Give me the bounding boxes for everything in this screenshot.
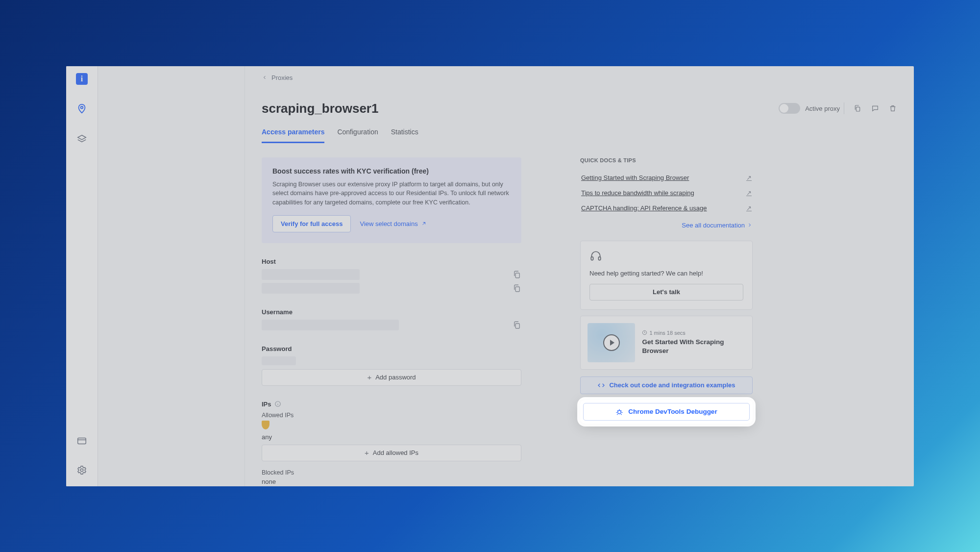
app-window: i Proxies scraping_browser1	[66, 66, 914, 486]
video-title: Get Started With Scraping Browser	[642, 338, 745, 355]
video-duration: 1 mins 18 secs	[642, 330, 745, 336]
breadcrumb[interactable]: Proxies	[262, 74, 897, 81]
host-label: Host	[262, 258, 521, 265]
chevron-right-icon	[747, 222, 753, 228]
svg-rect-5	[515, 287, 519, 292]
username-label: Username	[262, 308, 521, 316]
doc-link-label: CAPTCHA handling: API Reference & usage	[581, 204, 707, 212]
title-actions: Active proxy	[779, 102, 897, 114]
plus-icon: +	[367, 373, 371, 381]
see-all-docs-link[interactable]: See all documentation	[580, 222, 753, 229]
code-icon	[597, 381, 605, 389]
video-card[interactable]: 1 mins 18 secs Get Started With Scraping…	[580, 316, 753, 370]
layers-icon[interactable]	[75, 133, 88, 146]
help-card: Need help getting started? We can help! …	[580, 241, 753, 310]
view-domains-label: View select domains	[360, 220, 417, 227]
tab-statistics[interactable]: Statistics	[391, 125, 418, 143]
host-value-1	[262, 269, 360, 280]
highlighted-area: Chrome DevTools Debugger	[580, 400, 753, 424]
kyc-text: Scraping Browser uses our extensive prox…	[272, 180, 511, 207]
lets-talk-button[interactable]: Let's talk	[589, 284, 743, 301]
settings-icon[interactable]	[75, 464, 88, 477]
svg-point-0	[81, 106, 83, 108]
main-content: Proxies scraping_browser1 Active proxy A…	[245, 66, 914, 486]
devtools-label: Chrome DevTools Debugger	[628, 408, 717, 415]
external-link-icon: ↗	[746, 204, 752, 212]
chat-icon[interactable]	[871, 104, 880, 113]
code-examples-label: Check out code and integration examples	[609, 381, 735, 389]
kyc-card: Boost success rates with KYC verificatio…	[262, 157, 521, 243]
add-allowed-label: Add allowed IPs	[373, 449, 418, 456]
video-thumbnail	[588, 323, 635, 362]
code-examples-button[interactable]: Check out code and integration examples	[580, 376, 753, 394]
play-icon	[603, 334, 620, 351]
doc-link[interactable]: Getting Started with Scraping Browser ↗	[580, 170, 753, 185]
arrow-left-icon	[262, 75, 268, 80]
tab-configuration[interactable]: Configuration	[337, 125, 378, 143]
tab-access-parameters[interactable]: Access parameters	[262, 125, 324, 143]
copy-icon[interactable]	[853, 104, 862, 113]
external-link-icon: ↗	[746, 189, 752, 197]
secondary-panel	[98, 66, 245, 486]
bug-icon	[615, 408, 623, 416]
active-proxy-toggle[interactable]	[779, 103, 800, 114]
blocked-ips-value: none	[262, 478, 521, 485]
svg-point-2	[80, 469, 83, 472]
blocked-ips-label: Blocked IPs	[262, 469, 521, 476]
headset-icon	[589, 250, 602, 263]
doc-link-label: Tips to reduce bandwidth while scraping	[581, 189, 694, 197]
doc-link-label: Getting Started with Scraping Browser	[581, 174, 689, 181]
svg-rect-3	[856, 107, 859, 111]
ips-label: IPs	[262, 401, 521, 408]
allowed-ips-label: Allowed IPs	[262, 412, 521, 419]
location-icon[interactable]	[75, 102, 88, 115]
doc-link[interactable]: Tips to reduce bandwidth while scraping …	[580, 185, 753, 201]
info-icon[interactable]	[274, 401, 281, 407]
kyc-title: Boost success rates with KYC verificatio…	[272, 167, 511, 175]
external-link-icon: ↗	[746, 174, 752, 181]
svg-rect-4	[515, 273, 519, 278]
svg-rect-6	[515, 324, 519, 328]
view-domains-link[interactable]: View select domains	[360, 220, 426, 227]
chrome-devtools-button[interactable]: Chrome DevTools Debugger	[583, 403, 750, 421]
copy-icon[interactable]	[513, 321, 521, 329]
host-value-2	[262, 283, 360, 294]
verify-button[interactable]: Verify for full access	[272, 215, 351, 232]
svg-rect-8	[591, 257, 593, 260]
billing-icon[interactable]	[75, 434, 88, 447]
svg-rect-1	[78, 438, 86, 444]
add-password-label: Add password	[375, 374, 416, 381]
add-allowed-ips-button[interactable]: + Add allowed IPs	[262, 445, 521, 461]
see-all-label: See all documentation	[682, 222, 745, 229]
tabs: Access parameters Configuration Statisti…	[262, 125, 897, 144]
breadcrumb-label: Proxies	[271, 74, 293, 81]
toggle-label: Active proxy	[805, 105, 840, 112]
info-icon[interactable]: i	[76, 73, 88, 85]
nav-sidebar: i	[66, 66, 98, 486]
password-value	[262, 356, 296, 365]
help-text: Need help getting started? We can help!	[589, 270, 743, 277]
add-password-button[interactable]: + Add password	[262, 369, 521, 386]
allowed-ips-value: any	[262, 433, 521, 441]
doc-link[interactable]: CAPTCHA handling: API Reference & usage …	[580, 201, 753, 216]
svg-rect-9	[598, 257, 600, 260]
docs-section-title: QUICK DOCS & TIPS	[580, 157, 753, 163]
copy-icon[interactable]	[513, 284, 521, 293]
trash-icon[interactable]	[888, 104, 897, 113]
username-value	[262, 320, 399, 330]
copy-icon[interactable]	[513, 270, 521, 279]
parameters-column: Boost success rates with KYC verificatio…	[262, 157, 521, 485]
plus-icon: +	[365, 449, 369, 457]
page-title: scraping_browser1	[262, 101, 378, 116]
docs-column: QUICK DOCS & TIPS Getting Started with S…	[580, 157, 753, 485]
shield-icon	[262, 421, 270, 429]
password-label: Password	[262, 345, 521, 352]
external-link-icon	[421, 221, 427, 226]
clock-icon	[642, 330, 647, 335]
